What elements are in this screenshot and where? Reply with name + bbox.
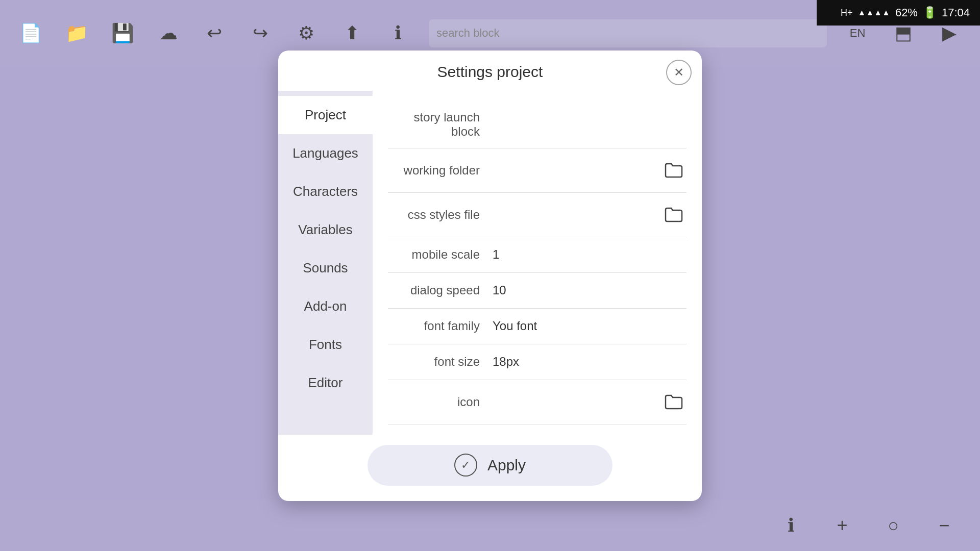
css-styles-label: css styles file: [388, 208, 490, 222]
dialog-content: story launch block working folder css s: [373, 91, 702, 435]
status-bar: H+ ▲▲▲▲ 62% 🔋 17:04: [817, 0, 980, 26]
network-type: H+: [841, 8, 853, 18]
nav-item-project[interactable]: Project: [278, 96, 373, 134]
close-button[interactable]: ✕: [666, 60, 692, 85]
field-font-family: font family You font: [388, 309, 687, 344]
icon-label: icon: [388, 395, 490, 409]
close-icon: ✕: [674, 65, 684, 80]
mobile-scale-value[interactable]: 1: [490, 247, 687, 262]
modal-overlay: Settings project ✕ Project Languages Cha…: [0, 0, 980, 551]
dialog-body: Project Languages Characters Variables S…: [278, 91, 702, 435]
field-dialog-speed: dialog speed 10: [388, 273, 687, 309]
nav-item-addon[interactable]: Add-on: [278, 287, 373, 325]
font-family-value[interactable]: You font: [490, 319, 687, 333]
mobile-scale-label: mobile scale: [388, 247, 490, 262]
nav-item-languages[interactable]: Languages: [278, 134, 373, 172]
dialog-speed-value[interactable]: 10: [490, 283, 687, 297]
font-size-label: font size: [388, 355, 490, 369]
field-working-folder: working folder: [388, 148, 687, 193]
field-font-size: font size 18px: [388, 344, 687, 380]
font-size-value[interactable]: 18px: [490, 355, 687, 369]
icon-browse-button[interactable]: [661, 389, 687, 415]
time: 17:04: [942, 6, 970, 19]
font-family-label: font family: [388, 319, 490, 333]
story-launch-label: story launch block: [388, 110, 490, 139]
apply-check-icon: ✓: [454, 454, 477, 477]
apply-button[interactable]: ✓ Apply: [368, 445, 612, 486]
battery-icon: 🔋: [923, 6, 937, 19]
working-folder-label: working folder: [388, 163, 490, 178]
apply-label: Apply: [487, 457, 526, 474]
dialog-speed-label: dialog speed: [388, 283, 490, 297]
field-story-launch: story launch block: [388, 101, 687, 148]
field-icon: icon: [388, 380, 687, 424]
dialog-title: Settings project: [437, 63, 543, 80]
dialog-header: Settings project ✕: [278, 51, 702, 91]
dialog-nav: Project Languages Characters Variables S…: [278, 91, 373, 435]
nav-item-variables[interactable]: Variables: [278, 211, 373, 249]
nav-item-sounds[interactable]: Sounds: [278, 249, 373, 287]
signal-icon: ▲▲▲▲: [858, 8, 890, 17]
css-styles-browse-button[interactable]: [661, 202, 687, 228]
settings-dialog: Settings project ✕ Project Languages Cha…: [278, 51, 702, 501]
nav-item-characters[interactable]: Characters: [278, 172, 373, 211]
field-mobile-scale: mobile scale 1: [388, 237, 687, 273]
battery-percent: 62%: [895, 6, 918, 19]
nav-item-fonts[interactable]: Fonts: [278, 325, 373, 364]
field-css-styles: css styles file: [388, 193, 687, 237]
working-folder-browse-button[interactable]: [661, 158, 687, 183]
dialog-footer: ✓ Apply: [278, 435, 702, 501]
nav-item-editor[interactable]: Editor: [278, 364, 373, 402]
